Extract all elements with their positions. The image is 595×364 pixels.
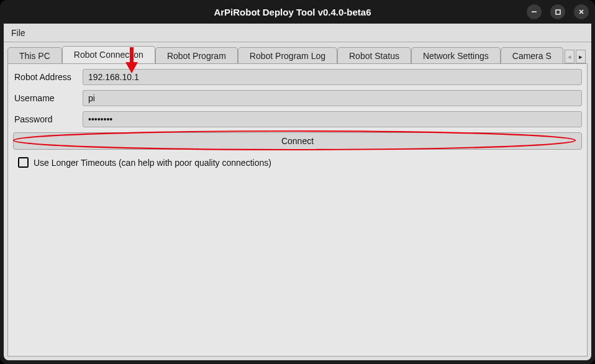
maximize-icon bbox=[555, 9, 561, 16]
tabs-row: This PC Robot Connection Robot Program R… bbox=[4, 45, 591, 63]
tab-network-settings[interactable]: Network Settings bbox=[411, 47, 501, 63]
input-robot-address[interactable] bbox=[83, 69, 582, 85]
minimize-icon bbox=[530, 8, 538, 16]
maximize-button[interactable] bbox=[550, 4, 565, 19]
titlebar: ArPiRobot Deploy Tool v0.4.0-beta6 bbox=[0, 0, 595, 24]
label-username: Username bbox=[13, 93, 83, 103]
label-robot-address: Robot Address bbox=[13, 72, 83, 82]
svg-rect-1 bbox=[556, 10, 560, 14]
row-robot-address: Robot Address bbox=[13, 69, 582, 85]
tab-robot-program-log[interactable]: Robot Program Log bbox=[238, 47, 337, 63]
tab-scroll-left[interactable]: ◂ bbox=[565, 50, 575, 63]
window-controls bbox=[527, 4, 589, 19]
menubar: File bbox=[4, 24, 591, 42]
input-password[interactable] bbox=[83, 111, 582, 127]
chevron-right-icon: ▸ bbox=[579, 53, 583, 61]
window-frame: ArPiRobot Deploy Tool v0.4.0-beta6 File … bbox=[0, 0, 595, 364]
row-password: Password bbox=[13, 111, 582, 127]
tab-robot-connection[interactable]: Robot Connection bbox=[62, 46, 155, 63]
input-username[interactable] bbox=[83, 90, 582, 106]
tab-camera-s[interactable]: Camera S bbox=[501, 47, 563, 63]
tab-scroll-right[interactable]: ▸ bbox=[576, 50, 586, 63]
connect-button[interactable]: Connect bbox=[13, 132, 582, 150]
row-username: Username bbox=[13, 90, 582, 106]
close-icon bbox=[578, 8, 585, 16]
checkbox-longer-timeouts[interactable] bbox=[18, 157, 29, 168]
minimize-button[interactable] bbox=[527, 4, 542, 19]
label-longer-timeouts: Use Longer Timeouts (can help with poor … bbox=[34, 158, 271, 168]
menu-file[interactable]: File bbox=[5, 24, 34, 42]
chevron-left-icon: ◂ bbox=[568, 53, 571, 61]
tab-robot-status[interactable]: Robot Status bbox=[337, 47, 411, 63]
svg-line-2 bbox=[579, 10, 583, 14]
row-longer-timeouts: Use Longer Timeouts (can help with poor … bbox=[13, 157, 582, 168]
window-title: ArPiRobot Deploy Tool v0.4.0-beta6 bbox=[58, 7, 527, 17]
close-button[interactable] bbox=[574, 4, 589, 19]
tab-content-robot-connection: Robot Address Username Password Connect … bbox=[7, 63, 588, 357]
client-area: File This PC Robot Connection Robot Prog… bbox=[4, 24, 591, 360]
tab-this-pc[interactable]: This PC bbox=[7, 47, 62, 63]
tab-scroll-arrows: ◂ ▸ bbox=[565, 50, 586, 63]
svg-line-3 bbox=[579, 10, 583, 14]
label-password: Password bbox=[13, 114, 83, 124]
tab-robot-program[interactable]: Robot Program bbox=[155, 47, 238, 63]
